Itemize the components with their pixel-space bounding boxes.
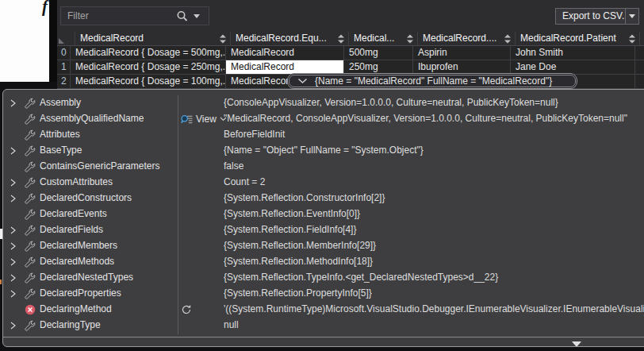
row-header[interactable]: 1 <box>57 60 71 75</box>
expand-chevron-icon[interactable] <box>10 274 17 282</box>
property-wrench-icon <box>25 114 36 125</box>
property-wrench-icon <box>25 161 36 172</box>
triangle-down-icon <box>572 341 581 347</box>
table-header-row: MedicalRecordMedicalRecord.Equ...Medical… <box>57 32 644 46</box>
tree-row-declaringmethod[interactable]: DeclaringMethod'((System.RuntimeType)Mic… <box>3 302 644 318</box>
table-cell[interactable]: John Smith <box>511 46 635 60</box>
tree-row-declaredfields[interactable]: DeclaredFields{System.Reflection.FieldIn… <box>3 222 644 238</box>
table-cell[interactable]: MedicalRecord <box>226 46 344 60</box>
property-wrench-icon <box>25 256 36 268</box>
property-wrench-icon <box>25 129 36 141</box>
table-row: 0MedicalRecord { Dosage = 500mg,...Medic… <box>57 46 644 60</box>
property-wrench-icon <box>25 209 36 220</box>
tree-row-name: DeclaredEvents <box>40 208 107 219</box>
column-header-1[interactable]: MedicalRecord <box>75 32 231 46</box>
tree-row-name: DeclaringType <box>40 319 101 330</box>
table-cell[interactable]: MedicalRecord { Dosage = 100mg,... <box>71 75 226 89</box>
tree-row-declaredmethods[interactable]: DeclaredMethods{System.Reflection.Method… <box>3 254 644 270</box>
tree-row-customattributes[interactable]: CustomAttributesCount = 2 <box>3 175 644 191</box>
select-all-header[interactable] <box>57 32 75 46</box>
tree-row-name: DeclaredMethods <box>40 256 114 267</box>
tree-row-value: {ConsoleAppVisualizer, Version=1.0.0.0, … <box>224 97 644 108</box>
tree-row-value: "MedicalRecord, ConsoleAppVisualizer, Ve… <box>224 113 644 124</box>
tree-row-containsgenericparameters[interactable]: ContainsGenericParametersfalse <box>3 159 644 175</box>
background-editor-fragment: f <box>0 0 49 82</box>
tree-row-declaredconstructors[interactable]: DeclaredConstructors{System.Reflection.C… <box>3 191 644 206</box>
tree-row-value: {System.Reflection.PropertyInfo[5]} <box>224 287 644 299</box>
export-csv-button[interactable]: Export to CSV... <box>555 8 639 25</box>
tree-row-declaredevents[interactable]: DeclaredEvents{System.Reflection.EventIn… <box>3 206 644 222</box>
tree-row-name: DeclaredProperties <box>40 287 121 299</box>
expand-chevron-icon[interactable] <box>10 290 17 298</box>
export-csv-dropdown-icon[interactable] <box>626 9 638 24</box>
search-icon[interactable] <box>176 10 189 22</box>
tree-row-name: CustomAttributes <box>40 176 113 187</box>
table-cell-extra <box>635 60 644 75</box>
refresh-slot[interactable] <box>181 303 192 316</box>
name-value-divider <box>178 95 178 334</box>
property-wrench-icon <box>25 98 36 109</box>
tree-row-declaringtype[interactable]: DeclaringTypenull <box>3 318 644 334</box>
datatip-pill[interactable]: {Name = "MedicalRecord" FullName = "Medi… <box>287 73 577 89</box>
expand-chevron-icon[interactable] <box>10 322 17 330</box>
export-csv-label: Export to CSV... <box>556 9 625 24</box>
table-cell[interactable]: MedicalRecord { Dosage = 250mg,... <box>71 60 226 75</box>
property-wrench-icon <box>25 193 36 204</box>
tree-row-attributes[interactable]: AttributesBeforeFieldInit <box>3 127 644 143</box>
error-icon <box>25 304 36 315</box>
magnifier-view-icon <box>181 114 193 125</box>
sort-arrows-icon <box>407 34 413 43</box>
tree-row-name: DeclaredFields <box>40 224 103 235</box>
tree-row-name: DeclaredMembers <box>40 240 117 251</box>
view-visualizer-button[interactable]: View <box>181 113 227 125</box>
scroll-strip-divider <box>3 337 644 338</box>
tree-row-declaredmembers[interactable]: DeclaredMembers{System.Reflection.Member… <box>3 238 644 254</box>
expand-chevron-icon[interactable] <box>10 179 17 187</box>
refresh-icon[interactable] <box>181 304 192 315</box>
chevron-down-icon[interactable] <box>297 78 308 84</box>
property-wrench-icon <box>25 288 36 299</box>
tree-row-name: DeclaredConstructors <box>40 192 132 203</box>
tree-row-basetype[interactable]: BaseType{Name = "Object" FullName = "Sys… <box>3 143 644 159</box>
tree-row-name: Assembly <box>40 97 81 108</box>
column-header-extra <box>640 32 644 46</box>
column-header-label: MedicalRecord <box>80 33 144 44</box>
tree-row-value: {System.Reflection.EventInfo[0]} <box>224 208 644 219</box>
datatip-tree-panel: Assembly{ConsoleAppVisualizer, Version=1… <box>2 89 644 347</box>
row-header[interactable]: 0 <box>57 46 71 60</box>
property-wrench-icon <box>25 272 36 284</box>
tree-row-value: null <box>224 319 644 330</box>
column-header-5[interactable]: MedicalRecord.Patient <box>516 32 640 46</box>
tree-row-name: DeclaringMethod <box>40 303 112 314</box>
expand-chevron-icon[interactable] <box>10 147 17 155</box>
datatip-pill-text: {Name = "MedicalRecord" FullName = "Medi… <box>315 75 552 87</box>
search-dropdown-icon[interactable] <box>194 14 200 18</box>
tree-row-declarednestedtypes[interactable]: DeclaredNestedTypes{System.Reflection.Ty… <box>3 270 644 286</box>
datatip-pill-inner: {Name = "MedicalRecord" FullName = "Medi… <box>289 75 576 87</box>
tree-row-assembly[interactable]: Assembly{ConsoleAppVisualizer, Version=1… <box>3 95 644 111</box>
column-header-3[interactable]: Medical... <box>349 32 418 46</box>
select-all-corner-icon <box>59 38 64 44</box>
column-header-4[interactable]: MedicalRecord.... <box>418 32 516 46</box>
tree-row-assemblyqualifiedname[interactable]: AssemblyQualifiedNameView"MedicalRecord,… <box>3 111 644 127</box>
tree-row-value: false <box>224 160 644 172</box>
column-header-2[interactable]: MedicalRecord.Equ... <box>231 32 349 46</box>
scroll-down-button[interactable] <box>567 341 586 347</box>
expand-chevron-icon[interactable] <box>10 258 17 266</box>
tree-row-name: ContainsGenericParameters <box>40 160 159 172</box>
expand-chevron-icon[interactable] <box>10 226 17 234</box>
property-wrench-icon <box>25 177 36 188</box>
table-cell[interactable]: MedicalRecord { Dosage = 500mg,... <box>71 46 226 60</box>
editor-margin-fragment <box>0 280 2 284</box>
tree-row-value: {System.Reflection.MethodInfo[18]} <box>224 256 644 267</box>
tree-row-value: {Name = "Object" FullName = "System.Obje… <box>224 145 644 156</box>
row-header[interactable]: 2 <box>57 75 71 89</box>
table-cell[interactable]: Aspirin <box>413 46 511 60</box>
expand-chevron-icon[interactable] <box>10 195 17 202</box>
sort-arrows-icon <box>629 34 635 43</box>
table-cell[interactable]: 500mg <box>344 46 413 60</box>
expand-chevron-icon[interactable] <box>10 99 17 107</box>
expand-chevron-icon[interactable] <box>10 242 17 250</box>
tree-row-declaredproperties[interactable]: DeclaredProperties{System.Reflection.Pro… <box>3 286 644 302</box>
tree-row-value: '((System.RuntimeType)Microsoft.VisualSt… <box>224 303 644 314</box>
